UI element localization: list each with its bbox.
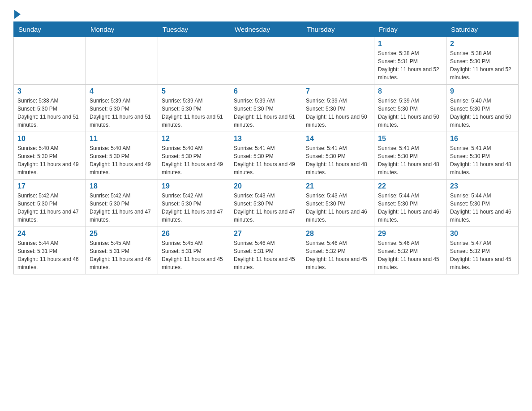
day-number: 20 <box>234 182 298 190</box>
day-info: Sunrise: 5:46 AM Sunset: 5:32 PM Dayligh… <box>306 239 370 271</box>
calendar-cell <box>302 37 374 85</box>
day-info: Sunrise: 5:43 AM Sunset: 5:30 PM Dayligh… <box>234 192 298 224</box>
day-number: 1 <box>378 40 442 48</box>
day-number: 14 <box>306 135 370 143</box>
calendar-cell: 27Sunrise: 5:46 AM Sunset: 5:31 PM Dayli… <box>230 227 302 274</box>
day-number: 6 <box>234 87 298 95</box>
calendar-cell: 26Sunrise: 5:45 AM Sunset: 5:31 PM Dayli… <box>158 227 230 274</box>
day-info: Sunrise: 5:40 AM Sunset: 5:30 PM Dayligh… <box>17 144 82 176</box>
day-number: 23 <box>450 182 515 190</box>
day-info: Sunrise: 5:44 AM Sunset: 5:30 PM Dayligh… <box>378 192 442 224</box>
calendar-week-row: 24Sunrise: 5:44 AM Sunset: 5:31 PM Dayli… <box>14 227 519 274</box>
calendar-cell: 29Sunrise: 5:46 AM Sunset: 5:32 PM Dayli… <box>374 227 446 274</box>
calendar-cell: 7Sunrise: 5:39 AM Sunset: 5:30 PM Daylig… <box>302 85 374 132</box>
calendar-table: SundayMondayTuesdayWednesdayThursdayFrid… <box>13 21 519 274</box>
day-info: Sunrise: 5:46 AM Sunset: 5:31 PM Dayligh… <box>234 239 298 271</box>
day-info: Sunrise: 5:47 AM Sunset: 5:32 PM Dayligh… <box>450 239 515 271</box>
day-number: 28 <box>306 230 370 238</box>
calendar-cell: 8Sunrise: 5:39 AM Sunset: 5:30 PM Daylig… <box>374 85 446 132</box>
calendar-cell <box>230 37 302 85</box>
calendar-cell: 4Sunrise: 5:39 AM Sunset: 5:30 PM Daylig… <box>86 85 158 132</box>
day-info: Sunrise: 5:40 AM Sunset: 5:30 PM Dayligh… <box>90 144 154 176</box>
day-number: 2 <box>450 40 515 48</box>
day-info: Sunrise: 5:42 AM Sunset: 5:30 PM Dayligh… <box>90 192 154 224</box>
calendar-cell <box>158 37 230 85</box>
logo-top <box>13 9 21 19</box>
calendar-cell: 10Sunrise: 5:40 AM Sunset: 5:30 PM Dayli… <box>14 132 86 180</box>
calendar-cell: 6Sunrise: 5:39 AM Sunset: 5:30 PM Daylig… <box>230 85 302 132</box>
day-number: 3 <box>17 87 82 95</box>
day-info: Sunrise: 5:43 AM Sunset: 5:30 PM Dayligh… <box>306 192 370 224</box>
day-info: Sunrise: 5:42 AM Sunset: 5:30 PM Dayligh… <box>17 192 82 224</box>
calendar-cell <box>14 37 86 85</box>
calendar-cell: 13Sunrise: 5:41 AM Sunset: 5:30 PM Dayli… <box>230 132 302 180</box>
calendar-cell: 16Sunrise: 5:41 AM Sunset: 5:30 PM Dayli… <box>446 132 519 180</box>
day-number: 11 <box>90 135 154 143</box>
day-of-week-header: Monday <box>86 22 158 37</box>
calendar-body: 1Sunrise: 5:38 AM Sunset: 5:31 PM Daylig… <box>14 37 519 274</box>
calendar-cell: 30Sunrise: 5:47 AM Sunset: 5:32 PM Dayli… <box>446 227 519 274</box>
calendar-header: SundayMondayTuesdayWednesdayThursdayFrid… <box>14 22 519 37</box>
day-info: Sunrise: 5:39 AM Sunset: 5:30 PM Dayligh… <box>306 97 370 129</box>
day-info: Sunrise: 5:40 AM Sunset: 5:30 PM Dayligh… <box>450 97 515 129</box>
calendar-cell: 25Sunrise: 5:45 AM Sunset: 5:31 PM Dayli… <box>86 227 158 274</box>
calendar-cell: 5Sunrise: 5:39 AM Sunset: 5:30 PM Daylig… <box>158 85 230 132</box>
day-number: 5 <box>162 87 226 95</box>
day-info: Sunrise: 5:38 AM Sunset: 5:31 PM Dayligh… <box>378 49 442 81</box>
day-number: 16 <box>450 135 515 143</box>
calendar-week-row: 10Sunrise: 5:40 AM Sunset: 5:30 PM Dayli… <box>14 132 519 180</box>
calendar-cell: 20Sunrise: 5:43 AM Sunset: 5:30 PM Dayli… <box>230 180 302 227</box>
calendar-cell: 2Sunrise: 5:38 AM Sunset: 5:30 PM Daylig… <box>446 37 519 85</box>
day-number: 7 <box>306 87 370 95</box>
day-number: 12 <box>162 135 226 143</box>
calendar-cell: 24Sunrise: 5:44 AM Sunset: 5:31 PM Dayli… <box>14 227 86 274</box>
day-number: 4 <box>90 87 154 95</box>
day-info: Sunrise: 5:45 AM Sunset: 5:31 PM Dayligh… <box>90 239 154 271</box>
day-info: Sunrise: 5:39 AM Sunset: 5:30 PM Dayligh… <box>234 97 298 129</box>
calendar-cell: 3Sunrise: 5:38 AM Sunset: 5:30 PM Daylig… <box>14 85 86 132</box>
day-number: 17 <box>17 182 82 190</box>
day-of-week-header: Saturday <box>446 22 519 37</box>
calendar-cell: 11Sunrise: 5:40 AM Sunset: 5:30 PM Dayli… <box>86 132 158 180</box>
calendar-cell: 14Sunrise: 5:41 AM Sunset: 5:30 PM Dayli… <box>302 132 374 180</box>
calendar-cell: 19Sunrise: 5:42 AM Sunset: 5:30 PM Dayli… <box>158 180 230 227</box>
calendar-cell: 17Sunrise: 5:42 AM Sunset: 5:30 PM Dayli… <box>14 180 86 227</box>
day-number: 10 <box>17 135 82 143</box>
calendar-cell: 1Sunrise: 5:38 AM Sunset: 5:31 PM Daylig… <box>374 37 446 85</box>
day-info: Sunrise: 5:40 AM Sunset: 5:30 PM Dayligh… <box>162 144 226 176</box>
day-number: 27 <box>234 230 298 238</box>
calendar-cell: 9Sunrise: 5:40 AM Sunset: 5:30 PM Daylig… <box>446 85 519 132</box>
day-of-week-header: Thursday <box>302 22 374 37</box>
day-info: Sunrise: 5:41 AM Sunset: 5:30 PM Dayligh… <box>378 144 442 176</box>
days-of-week-row: SundayMondayTuesdayWednesdayThursdayFrid… <box>14 22 519 37</box>
day-of-week-header: Sunday <box>14 22 86 37</box>
day-info: Sunrise: 5:45 AM Sunset: 5:31 PM Dayligh… <box>162 239 226 271</box>
day-of-week-header: Wednesday <box>230 22 302 37</box>
day-info: Sunrise: 5:41 AM Sunset: 5:30 PM Dayligh… <box>306 144 370 176</box>
day-number: 18 <box>90 182 154 190</box>
calendar-cell: 23Sunrise: 5:44 AM Sunset: 5:30 PM Dayli… <box>446 180 519 227</box>
day-number: 29 <box>378 230 442 238</box>
calendar-week-row: 1Sunrise: 5:38 AM Sunset: 5:31 PM Daylig… <box>14 37 519 85</box>
day-number: 24 <box>17 230 82 238</box>
day-number: 9 <box>450 87 515 95</box>
calendar-cell <box>86 37 158 85</box>
day-number: 26 <box>162 230 226 238</box>
day-of-week-header: Friday <box>374 22 446 37</box>
calendar-cell: 22Sunrise: 5:44 AM Sunset: 5:30 PM Dayli… <box>374 180 446 227</box>
day-number: 13 <box>234 135 298 143</box>
day-info: Sunrise: 5:39 AM Sunset: 5:30 PM Dayligh… <box>162 97 226 129</box>
day-number: 8 <box>378 87 442 95</box>
day-number: 22 <box>378 182 442 190</box>
day-info: Sunrise: 5:41 AM Sunset: 5:30 PM Dayligh… <box>234 144 298 176</box>
day-number: 25 <box>90 230 154 238</box>
day-info: Sunrise: 5:44 AM Sunset: 5:30 PM Dayligh… <box>450 192 515 224</box>
day-number: 15 <box>378 135 442 143</box>
calendar-cell: 18Sunrise: 5:42 AM Sunset: 5:30 PM Dayli… <box>86 180 158 227</box>
day-info: Sunrise: 5:46 AM Sunset: 5:32 PM Dayligh… <box>378 239 442 271</box>
day-number: 30 <box>450 230 515 238</box>
calendar-cell: 15Sunrise: 5:41 AM Sunset: 5:30 PM Dayli… <box>374 132 446 180</box>
page-header <box>13 9 519 17</box>
day-info: Sunrise: 5:39 AM Sunset: 5:30 PM Dayligh… <box>90 97 154 129</box>
day-number: 21 <box>306 182 370 190</box>
